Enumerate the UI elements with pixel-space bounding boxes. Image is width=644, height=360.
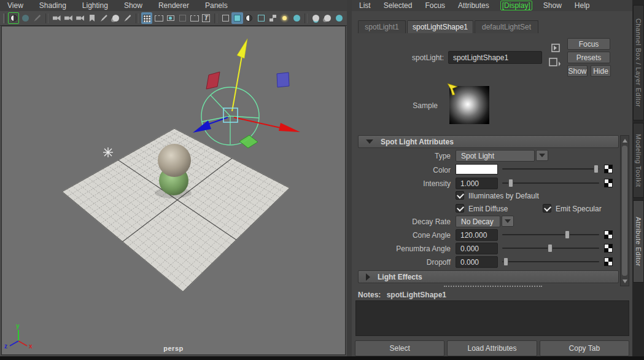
menu-attributes[interactable]: Attributes [458, 1, 489, 10]
scroll-down-arrow[interactable] [621, 277, 629, 285]
lights-icon[interactable] [279, 12, 290, 24]
wireframe-icon[interactable] [220, 12, 231, 24]
dropoff-map-button[interactable] [604, 257, 613, 266]
gate-mask-icon[interactable] [177, 12, 188, 24]
menu-selected[interactable]: Selected [384, 1, 413, 10]
textured-icon[interactable] [255, 12, 266, 24]
select-button[interactable]: Select [355, 340, 444, 356]
scrollbar-thumb[interactable] [622, 146, 627, 276]
cone-angle-slider[interactable] [502, 230, 599, 240]
camera-icon[interactable] [51, 12, 62, 24]
menu-help[interactable]: Help [575, 1, 590, 10]
attributes-scrollbar[interactable] [620, 135, 629, 286]
decay-rate-dropdown[interactable]: No Decay [456, 216, 500, 227]
image-plane-icon[interactable] [98, 12, 109, 24]
grid-icon[interactable] [141, 12, 152, 24]
side-tab-modeling-toolkit[interactable]: Modeling Toolkit [633, 123, 644, 198]
cone-angle-value: 120.000 [460, 231, 487, 240]
dropoff-value: 0.000 [460, 258, 479, 267]
type-dropdown[interactable]: Spot Light [456, 150, 535, 162]
side-tab-channel-box[interactable]: Channel Box / Layer Editor [633, 5, 644, 120]
intensity-field[interactable]: 1.000 [456, 178, 498, 189]
focus-button[interactable]: Focus [567, 38, 610, 50]
type-dropdown-arrow[interactable] [536, 150, 548, 161]
menu-view[interactable]: View [7, 1, 23, 10]
toolbar-separator [214, 14, 217, 23]
decay-rate-dropdown-arrow[interactable] [502, 216, 514, 227]
ao-icon[interactable] [310, 12, 321, 24]
field-chart-icon[interactable] [188, 12, 200, 24]
color-swatch[interactable] [456, 164, 498, 174]
dropoff-slider[interactable] [502, 257, 599, 267]
menu-renderer[interactable]: Renderer [158, 1, 189, 10]
hud-icon[interactable]: T [201, 12, 212, 24]
muted-circle-icon[interactable] [20, 12, 31, 24]
presets-button[interactable]: Presets [567, 52, 610, 63]
hide-button[interactable]: Hide [591, 65, 611, 77]
menu-display[interactable]: [Display] [500, 1, 532, 10]
color-map-button[interactable] [604, 165, 613, 173]
node-name-field[interactable]: spotLightShape1 [448, 51, 542, 64]
show-button[interactable]: Show [567, 65, 588, 77]
tab-defaultlightset[interactable]: defaultLightSet [475, 20, 538, 33]
penumbra-angle-field[interactable]: 0.000 [456, 243, 498, 254]
cone-angle-map-button[interactable] [604, 230, 613, 239]
toolbar-separator [45, 14, 48, 23]
snap-to-view-icon[interactable] [8, 12, 19, 24]
shadows-icon[interactable] [291, 12, 302, 24]
menu-show[interactable]: Show [124, 1, 142, 10]
muted-arrow-icon[interactable] [32, 12, 43, 24]
plugin-shading-icon[interactable] [334, 12, 345, 24]
side-tab-attribute-editor[interactable]: Attribute Editor [633, 200, 644, 283]
penumbra-angle-slider[interactable] [502, 243, 599, 253]
wireframe-on-shaded-icon[interactable] [244, 12, 255, 24]
menu-list[interactable]: List [359, 1, 371, 10]
grease-pencil-icon[interactable] [122, 12, 133, 24]
shaded-icon[interactable] [231, 12, 242, 24]
dropoff-field[interactable]: 0.000 [456, 256, 498, 268]
menu-lighting[interactable]: Lighting [82, 1, 108, 10]
pin-tab-icon[interactable] [548, 57, 561, 68]
tab-spotlight1[interactable]: spotLight1 [358, 20, 406, 33]
section-light-effects[interactable]: Light Effects [358, 270, 619, 283]
color-slider[interactable] [502, 164, 599, 174]
emit-diffuse-checkbox[interactable] [456, 204, 464, 213]
viewport-menubar: View Shading Lighting Show Renderer Pane… [0, 0, 347, 11]
camera-lock-icon[interactable] [63, 12, 74, 24]
intensity-map-button[interactable] [604, 179, 613, 187]
pan-zoom-icon[interactable] [111, 12, 122, 24]
menu-show[interactable]: Show [543, 1, 562, 10]
load-attributes-button[interactable]: Load Attributes [447, 340, 537, 356]
bookmark-icon[interactable] [87, 12, 98, 24]
menu-panels[interactable]: Panels [205, 1, 228, 10]
spotlight-manipulator [193, 39, 300, 148]
section-spot-light-attributes[interactable]: Spot Light Attributes [358, 135, 619, 148]
load-selection-icon[interactable] [548, 43, 561, 53]
camera-settings-icon[interactable] [75, 12, 86, 24]
editor-content: spotLight: spotLightShape1 Focus Presets… [352, 33, 632, 339]
notes-textarea[interactable] [355, 300, 629, 336]
viewport-3d-view[interactable]: y x z persp [1, 26, 346, 355]
menu-focus[interactable]: Focus [425, 1, 445, 10]
motion-blur-icon[interactable] [322, 12, 333, 24]
illuminates-label: Illuminates by Default [468, 192, 539, 200]
notes-resize-handle[interactable] [444, 286, 542, 287]
scroll-up-arrow[interactable] [621, 136, 629, 144]
decay-rate-label: Decay Rate [377, 217, 451, 226]
illuminates-checkbox[interactable] [456, 191, 464, 200]
tab-spotlightshape1[interactable]: spotLightShape1 [407, 20, 473, 33]
cone-angle-label: Cone Angle [377, 231, 451, 240]
copy-tab-button[interactable]: Copy Tab [540, 340, 629, 356]
cone-angle-field[interactable]: 120.000 [456, 229, 498, 241]
manip-handle-blue [277, 72, 289, 87]
default-material-icon[interactable] [267, 12, 278, 24]
resolution-gate-icon[interactable] [165, 12, 176, 24]
toolbar-grip[interactable] [3, 14, 6, 23]
menu-shading[interactable]: Shading [39, 1, 66, 10]
panel-divider[interactable] [347, 0, 352, 360]
intensity-slider[interactable] [502, 178, 599, 188]
film-gate-icon[interactable] [153, 12, 164, 24]
emit-specular-checkbox[interactable] [543, 204, 551, 213]
camera-label: persp [2, 345, 345, 352]
penumbra-angle-map-button[interactable] [604, 244, 613, 252]
